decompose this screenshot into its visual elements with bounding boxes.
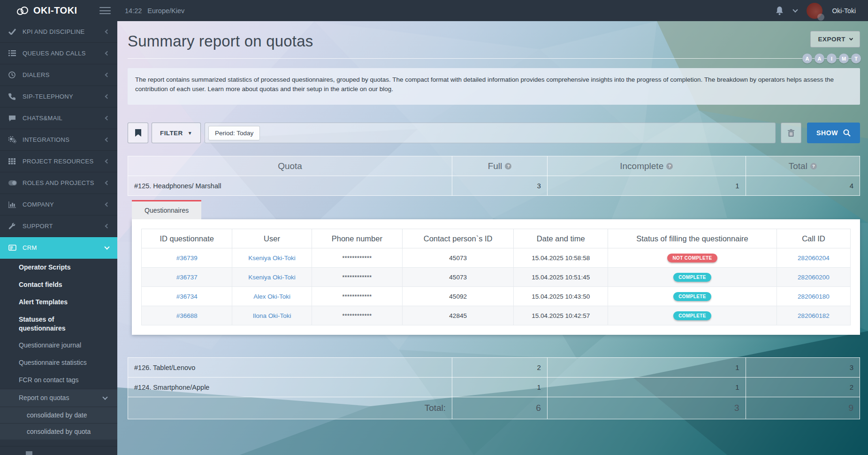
- submenu-item-operator-scripts[interactable]: Operator Scripts: [0, 259, 117, 276]
- user-link[interactable]: Kseniya Oki-Toki: [248, 254, 296, 262]
- submenu-item-statuses-of-questionnaires[interactable]: Statuses of questionnaires: [0, 311, 89, 337]
- questionnaire-row: #36737 Kseniya Oki-Toki ************ 450…: [142, 268, 851, 287]
- submenu-item-questionnaire-statistics[interactable]: Questionnaire statistics: [0, 354, 117, 371]
- search-icon: [843, 129, 851, 137]
- questionnaires-header: ID questionnate User Phone number Contac…: [142, 229, 851, 248]
- clock: 14:22 Europe/Kiev: [125, 7, 184, 15]
- help-icon[interactable]: ?: [505, 163, 511, 170]
- sidebar-item-crm[interactable]: CRM: [0, 237, 117, 259]
- divider-rule: A A I M T: [128, 58, 860, 59]
- quota-row-124[interactable]: #124. Smartphone/Apple 1 1 2: [128, 378, 860, 397]
- col-full: Full?: [452, 156, 548, 176]
- avatar[interactable]: [807, 3, 822, 19]
- status-badge: NOT COMPLETE: [667, 254, 717, 262]
- sidebar-item-project-resources[interactable]: PROJECT RESOURCES: [0, 151, 117, 172]
- quota-total-row: Total: 6 3 9: [128, 397, 860, 419]
- badge-a1[interactable]: A: [802, 54, 812, 63]
- sidebar: KPI AND DISCIPLINE QUEUES AND CALLS DIAL…: [0, 21, 117, 455]
- quota-detail-section: Questionnaires ID questionnate User Phon…: [128, 200, 860, 335]
- shortcut-badges: A A I M T: [802, 54, 861, 63]
- col-total: Total?: [746, 156, 860, 176]
- call-id-link[interactable]: 282060182: [798, 312, 830, 319]
- badge-t[interactable]: T: [851, 54, 861, 63]
- col-incomplete: Incomplete?: [547, 156, 746, 176]
- quota-row-125[interactable]: #125. Headphones/ Marshall 3 1 4: [128, 176, 860, 196]
- topbar: OKI-TOKI 14:22 Europe/Kiev Oki-Toki: [0, 0, 868, 21]
- filter-conditions-field[interactable]: Period: Today: [205, 123, 776, 143]
- call-id-link[interactable]: 282060180: [798, 293, 830, 300]
- phone-masked: ************: [312, 268, 402, 287]
- bookmark-icon: [135, 129, 141, 137]
- sidebar-item-integrations[interactable]: INTEGRATIONS: [0, 129, 117, 151]
- user-menu-chevron-icon[interactable]: [793, 7, 798, 12]
- submenu-item-contact-fields[interactable]: Contact fields: [0, 276, 117, 293]
- sidebar-item-chats-mail[interactable]: CHATS&MAIL: [0, 108, 117, 129]
- quota-row-126[interactable]: #126. Tablet/Lenovo 2 1 3: [128, 358, 860, 378]
- toggle-icon: [8, 180, 23, 185]
- tab-questionnaires[interactable]: Questionnaires: [132, 200, 201, 219]
- badge-m[interactable]: M: [839, 54, 849, 63]
- sidebar-partial-item: [0, 446, 117, 455]
- grid-icon: [8, 158, 23, 164]
- logo-text: OKI-TOKI: [33, 5, 77, 16]
- sidebar-item-company[interactable]: COMPANY: [0, 194, 117, 216]
- questionnaires-table: ID questionnate User Phone number Contac…: [141, 229, 851, 325]
- status-badge: COMPLETE: [673, 311, 711, 320]
- bookmark-button[interactable]: [128, 123, 148, 143]
- user-link[interactable]: Ilona Oki-Toki: [253, 312, 291, 319]
- logo: OKI-TOKI: [0, 5, 99, 16]
- sidebar-item-dialers[interactable]: DIALERS: [0, 64, 117, 86]
- call-id-link[interactable]: 282060200: [798, 274, 830, 281]
- clear-filter-button[interactable]: [781, 123, 801, 143]
- sidebar-item-roles-and-projects[interactable]: ROLES AND PROJECTS: [0, 172, 117, 194]
- sidebar-item-sip-telephony[interactable]: SIP-TELEPHONY: [0, 86, 117, 108]
- call-id-link[interactable]: 282060204: [798, 254, 830, 262]
- timezone-label: Europe/Kiev: [147, 7, 184, 15]
- submenu-item-consolidated-by-quota[interactable]: consolidated by quota: [0, 423, 117, 440]
- questionnaire-id-link[interactable]: #36739: [176, 254, 198, 262]
- main-area: Summary report on quotas EXPORT A A I M …: [117, 21, 868, 455]
- submenu-item-fcr-on-contact-tags[interactable]: FCR on contact tags: [0, 371, 117, 389]
- sidebar-item-queues-and-calls[interactable]: QUEUES AND CALLS: [0, 43, 117, 64]
- wrench-icon: [8, 223, 23, 230]
- submenu-item-report-on-quotas[interactable]: Report on quotas: [0, 389, 117, 407]
- quota-summary-table-bottom: #126. Tablet/Lenovo 2 1 3 #124. Smartpho…: [128, 357, 860, 419]
- sidebar-item-kpi-and-discipline[interactable]: KPI AND DISCIPLINE: [0, 21, 117, 43]
- phone-icon: [8, 93, 23, 100]
- export-button[interactable]: EXPORT: [810, 31, 860, 47]
- show-button[interactable]: SHOW: [807, 123, 860, 143]
- quota-summary-table: Quota Full? Incomplete? Total? #125. Hea…: [128, 156, 860, 196]
- questionnaire-id-link[interactable]: #36734: [176, 293, 198, 300]
- questionnaire-id-link[interactable]: #36688: [176, 312, 198, 319]
- cloud-logo-icon: [16, 6, 29, 15]
- filter-button[interactable]: FILTER ▼: [152, 123, 201, 143]
- questionnaire-row: #36688 Ilona Oki-Toki ************ 42845…: [142, 306, 851, 325]
- help-icon[interactable]: ?: [810, 163, 817, 170]
- page-title: Summary report on quotas: [128, 31, 860, 52]
- submenu-item-consolidated-by-date[interactable]: consolidated by date: [0, 407, 117, 423]
- crm-submenu: Operator Scripts Contact fields Alert Te…: [0, 259, 117, 455]
- user-link[interactable]: Alex Oki-Toki: [253, 293, 290, 300]
- status-badge: COMPLETE: [673, 292, 711, 301]
- help-icon[interactable]: ?: [666, 163, 673, 170]
- phone-masked: ************: [312, 248, 402, 268]
- period-chip[interactable]: Period: Today: [208, 126, 260, 140]
- username-label: Oki-Toki: [832, 7, 856, 15]
- questionnaires-panel: ID questionnate User Phone number Contac…: [132, 219, 860, 335]
- menu-toggle-icon[interactable]: [99, 7, 111, 14]
- app-window: OKI-TOKI 14:22 Europe/Kiev Oki-Toki KPI …: [0, 0, 868, 455]
- badge-a2[interactable]: A: [815, 54, 824, 63]
- filter-bar: FILTER ▼ Period: Today SHOW: [128, 123, 860, 143]
- chevron-down-icon: [849, 36, 853, 40]
- badge-i[interactable]: I: [827, 54, 837, 63]
- chat-bubble-icon: [8, 115, 23, 122]
- trash-icon: [788, 129, 794, 137]
- submenu-item-questionnaire-journal[interactable]: Questionnaire journal: [0, 337, 117, 354]
- bell-icon[interactable]: [775, 6, 784, 15]
- questionnaire-id-link[interactable]: #36737: [176, 274, 198, 281]
- user-link[interactable]: Kseniya Oki-Toki: [248, 274, 296, 281]
- submenu-item-alert-templates[interactable]: Alert Templates: [0, 293, 117, 311]
- crm-card-icon: [8, 245, 23, 251]
- check-icon: [8, 29, 23, 35]
- sidebar-item-support[interactable]: SUPPORT: [0, 216, 117, 237]
